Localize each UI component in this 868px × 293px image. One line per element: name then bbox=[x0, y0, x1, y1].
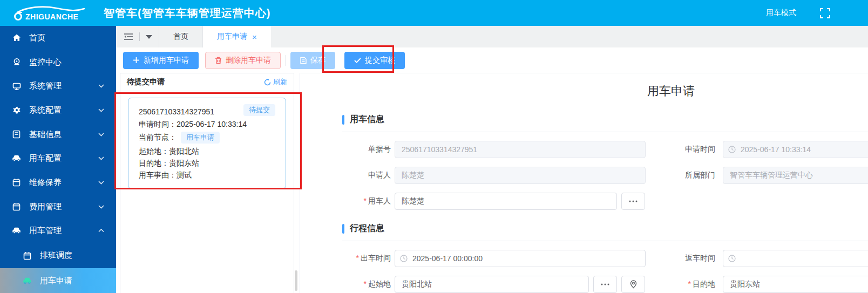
action-toolbar: 新增用车申请 删除用车申请 保存 提交审核 bbox=[116, 47, 868, 73]
applicant-field[interactable] bbox=[395, 167, 646, 184]
pending-panel-title: 待提交申请 bbox=[127, 77, 165, 87]
car-icon bbox=[12, 226, 21, 235]
ellipsis-icon bbox=[601, 283, 609, 285]
trash-icon bbox=[215, 57, 222, 64]
logo-ring-icon bbox=[14, 12, 22, 21]
form-title: 用车申请 bbox=[342, 83, 868, 99]
calendar-icon bbox=[23, 251, 32, 260]
order-no-label: 单据号 bbox=[342, 145, 391, 154]
fullscreen-icon[interactable] bbox=[820, 8, 830, 18]
refresh-icon bbox=[264, 79, 271, 86]
dest-field[interactable] bbox=[723, 276, 868, 293]
chevron-down-icon bbox=[98, 84, 104, 88]
sidebar-item-expense-management[interactable]: 费用管理 bbox=[0, 195, 116, 219]
pending-applications-panel: 待提交申请 刷新 250617103314327951 待提交 申请时间：202… bbox=[120, 73, 294, 293]
chevron-down-icon bbox=[98, 181, 104, 185]
card-origin: 起始地：贵阳北站 bbox=[139, 146, 275, 157]
content-area: 首页 用车申请 × 新增用车申请 删除用车申请 保存 bbox=[116, 26, 868, 293]
tab-bar: 首页 用车申请 × bbox=[116, 26, 868, 47]
apply-time-field[interactable] bbox=[723, 141, 868, 158]
sidebar-nav: 首页 监控中心 系统管理 系统配置 基础信息 bbox=[0, 26, 116, 293]
vertical-scrollbar-thumb[interactable] bbox=[295, 270, 297, 291]
sidebar-item-label: 首页 bbox=[29, 33, 45, 43]
menu-fold-icon[interactable] bbox=[124, 33, 133, 40]
department-label: 所属部门 bbox=[646, 171, 715, 180]
tab-list-dropdown-icon[interactable] bbox=[146, 35, 152, 39]
sidebar-subitem-schedule[interactable]: 排班调度 bbox=[0, 243, 116, 268]
sidebar-subitem-label: 排班调度 bbox=[40, 250, 72, 261]
depart-time-field[interactable] bbox=[395, 250, 646, 267]
sidebar-item-label: 用车配置 bbox=[29, 153, 62, 163]
plus-icon bbox=[133, 57, 140, 64]
return-time-label: 返车时间 bbox=[646, 254, 715, 263]
vehicle-mode-link[interactable]: 用车模式 bbox=[766, 8, 796, 18]
car-user-picker-button[interactable] bbox=[621, 193, 645, 210]
section-vehicle-info: 用车信息 bbox=[342, 114, 868, 132]
location-pin-icon bbox=[630, 280, 637, 289]
apply-time-label: 申请时间 bbox=[646, 145, 715, 154]
sidebar-item-vehicle-config[interactable]: 用车配置 bbox=[0, 146, 116, 171]
gear-icon bbox=[12, 106, 21, 115]
submit-review-button[interactable]: 提交审核 bbox=[344, 52, 405, 69]
origin-map-button[interactable] bbox=[621, 276, 645, 293]
sidebar-item-basic-info[interactable]: 基础信息 bbox=[0, 122, 116, 147]
section-marker bbox=[342, 115, 344, 125]
sidebar-item-vehicle-management[interactable]: 用车管理 bbox=[0, 219, 116, 243]
sidebar-item-label: 维修保养 bbox=[29, 178, 62, 188]
ellipsis-icon bbox=[629, 200, 638, 202]
panel-container: 待提交申请 刷新 250617103314327951 待提交 申请时间：202… bbox=[116, 73, 868, 293]
tab-home[interactable]: 首页 bbox=[159, 26, 202, 47]
status-badge: 待提交 bbox=[243, 104, 275, 116]
origin-label: *起始地 bbox=[342, 280, 391, 289]
save-button[interactable]: 保存 bbox=[290, 52, 335, 69]
panel-gap bbox=[294, 73, 300, 293]
department-field[interactable] bbox=[723, 167, 868, 184]
app-window: ZHIGUANCHE 智管车(智管车车辆管理运营中心) 用车模式 首页 监控中心 bbox=[0, 0, 868, 293]
chevron-down-icon bbox=[98, 108, 104, 112]
book-icon bbox=[12, 130, 21, 139]
order-no-field[interactable] bbox=[395, 141, 646, 158]
car-user-field[interactable] bbox=[395, 193, 617, 210]
sidebar-item-label: 费用管理 bbox=[29, 202, 62, 212]
chevron-down-icon bbox=[98, 205, 104, 209]
sidebar-item-label: 基础信息 bbox=[29, 130, 62, 140]
calendar-icon bbox=[12, 202, 21, 212]
sidebar-item-label: 监控中心 bbox=[29, 57, 62, 67]
return-time-field[interactable] bbox=[723, 250, 868, 267]
node-badge: 用车申请 bbox=[181, 132, 220, 144]
sidebar-item-label: 系统配置 bbox=[29, 105, 62, 115]
card-apply-time: 申请时间：2025-06-17 10:33:14 bbox=[139, 119, 275, 130]
section-trip-info: 行程信息 bbox=[342, 223, 868, 241]
sidebar-item-monitor-center[interactable]: 监控中心 bbox=[0, 50, 116, 74]
toolbar-divider bbox=[139, 32, 140, 41]
monitor-icon bbox=[12, 81, 21, 91]
applicant-label: 申请人 bbox=[342, 171, 391, 180]
application-card[interactable]: 250617103314327951 待提交 申请时间：2025-06-17 1… bbox=[128, 98, 286, 189]
dest-label: *目的地 bbox=[646, 280, 715, 289]
sidebar-item-system-management[interactable]: 系统管理 bbox=[0, 74, 116, 98]
chevron-up-icon bbox=[98, 229, 104, 233]
card-order-number: 250617103314327951 bbox=[139, 106, 214, 118]
sidebar-item-maintenance[interactable]: 维修保养 bbox=[0, 171, 116, 195]
sidebar-subitem-vehicle-application[interactable]: 用车申请 bbox=[0, 268, 116, 293]
logo-text: ZHIGUANCHE bbox=[25, 12, 78, 21]
refresh-button[interactable]: 刷新 bbox=[264, 77, 287, 87]
car-icon bbox=[12, 154, 21, 163]
origin-field[interactable] bbox=[395, 276, 589, 293]
app-title: 智管车(智管车车辆管理运营中心) bbox=[104, 6, 270, 21]
tab-vehicle-application[interactable]: 用车申请 × bbox=[202, 26, 271, 47]
sidebar-item-home[interactable]: 首页 bbox=[0, 26, 116, 50]
toolbar-divider bbox=[286, 55, 286, 66]
calendar-icon bbox=[12, 178, 21, 187]
add-application-button[interactable]: 新增用车申请 bbox=[123, 52, 199, 69]
car-user-label: *用车人 bbox=[342, 196, 391, 206]
document-icon bbox=[300, 57, 307, 64]
sidebar-item-label: 系统管理 bbox=[29, 81, 62, 91]
application-form-panel: 用车申请 用车信息 单据号 申请时间 bbox=[300, 73, 868, 293]
close-tab-icon[interactable]: × bbox=[252, 33, 257, 41]
delete-application-button[interactable]: 删除用车申请 bbox=[205, 52, 281, 69]
origin-picker-button[interactable] bbox=[593, 276, 617, 293]
sidebar-item-system-config[interactable]: 系统配置 bbox=[0, 98, 116, 122]
chevron-down-icon bbox=[98, 156, 104, 160]
sidebar-subitem-label: 用车申请 bbox=[40, 276, 72, 286]
